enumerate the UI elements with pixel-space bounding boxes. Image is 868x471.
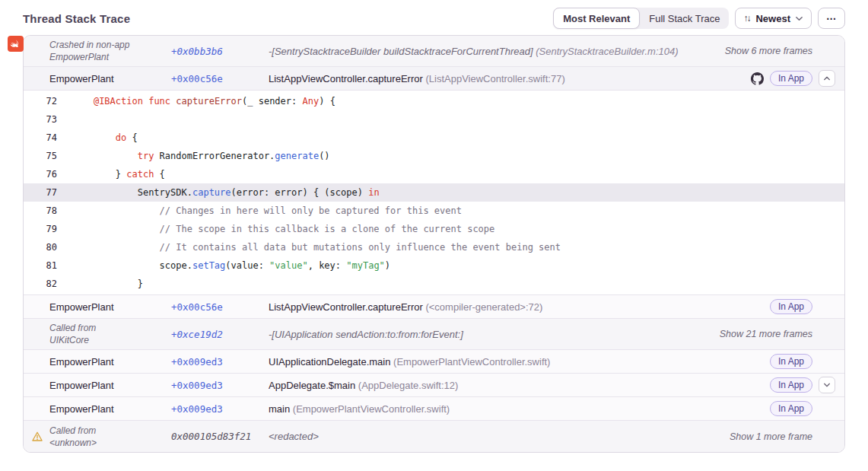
code-line-76: 76 } catch {	[24, 165, 844, 183]
frame-module: Called from UIKitCore	[24, 322, 171, 346]
frame-module: Crashed in non-app EmpowerPlant	[24, 39, 171, 63]
sort-label: Newest	[755, 13, 790, 24]
swift-icon	[8, 36, 24, 52]
thread-stack-trace-panel: Thread Stack Trace Most Relevant Full St…	[0, 0, 868, 471]
code-line-72: 72 @IBAction func captureError(_ sender:…	[24, 92, 844, 110]
frame-row-expanded[interactable]: EmpowerPlant +0x00c56e ListAppViewContro…	[24, 67, 844, 91]
frame-source[interactable]: (SentryStacktraceBuilder.m:104)	[536, 46, 678, 57]
code-line-73: 73	[24, 110, 844, 129]
code-line-80: 80 // It contains all data but mutations…	[24, 238, 844, 256]
frame-function: -[UIApplication sendAction:to:from:forEv…	[269, 329, 720, 340]
warning-icon	[31, 431, 43, 443]
chevron-down-icon	[823, 381, 831, 389]
github-icon[interactable]	[751, 72, 764, 85]
frame-address[interactable]: +0x009ed3	[171, 380, 223, 391]
toggle-full-stack-trace[interactable]: Full Stack Trace	[640, 8, 729, 29]
show-more-frames-link[interactable]: Show 1 more frame	[730, 431, 812, 442]
frame-address[interactable]: +0x009ed3	[171, 356, 223, 368]
frame-module: EmpowerPlant	[24, 380, 171, 391]
chevron-up-icon	[823, 75, 831, 82]
more-options-button[interactable]: ⋯	[818, 8, 845, 29]
in-app-badge[interactable]: In App	[770, 354, 812, 369]
header: Thread Stack Trace Most Relevant Full St…	[0, 0, 868, 35]
show-more-frames-link[interactable]: Show 21 more frames	[720, 329, 812, 339]
frame-function: ListAppViewController.captureError (List…	[269, 73, 751, 84]
frame-address[interactable]: +0xce19d2	[171, 329, 223, 340]
frame-address[interactable]: +0x009ed3	[171, 403, 223, 415]
page-title: Thread Stack Trace	[23, 12, 130, 25]
code-line-77: 77 SentrySDK.capture(error: error) { (sc…	[24, 183, 844, 202]
sort-arrows-icon: ↑↓	[743, 13, 749, 24]
frame-module: EmpowerPlant	[24, 403, 171, 415]
frame-source[interactable]: (AppDelegate.swift:12)	[358, 380, 459, 391]
sort-newest-button[interactable]: ↑↓ Newest	[735, 8, 812, 29]
stack-frame-list: Crashed in non-app EmpowerPlant +0x0bb3b…	[23, 35, 845, 453]
toggle-most-relevant[interactable]: Most Relevant	[553, 8, 640, 29]
frame-row[interactable]: EmpowerPlant +0x009ed3 main (EmpowerPlan…	[24, 397, 844, 421]
in-app-badge[interactable]: In App	[770, 299, 812, 314]
code-line-81: 81 scope.setTag(value: "value", key: "my…	[24, 256, 844, 275]
show-more-frames-link[interactable]: Show 6 more frames	[725, 46, 812, 56]
frame-function: ListAppViewController.captureError (<com…	[269, 301, 770, 313]
frame-row-omitted[interactable]: Called from UIKitCore +0xce19d2 -[UIAppl…	[24, 319, 844, 350]
frame-address[interactable]: +0x00c56e	[171, 301, 223, 313]
frame-row-omitted[interactable]: Called from <unknown> 0x000105d83f21 <re…	[24, 421, 844, 452]
collapse-frame-button[interactable]	[819, 70, 835, 87]
code-line-78: 78 // Changes in here will only be captu…	[24, 202, 844, 220]
frame-row[interactable]: EmpowerPlant +0x009ed3 AppDelegate.$main…	[24, 374, 844, 397]
frame-source[interactable]: (EmpowerPlantViewController.swift)	[293, 403, 450, 415]
code-line-75: 75 try RandomErrorGenerator.generate()	[24, 147, 844, 165]
frame-function: AppDelegate.$main (AppDelegate.swift:12)	[269, 380, 770, 391]
frame-row[interactable]: EmpowerPlant +0x00c56e ListAppViewContro…	[24, 295, 844, 319]
frame-function: main (EmpowerPlantViewController.swift)	[269, 403, 770, 415]
chevron-down-icon	[795, 14, 803, 23]
code-line-74: 74 do {	[24, 129, 844, 147]
header-controls: Most Relevant Full Stack Trace ↑↓ Newest…	[553, 8, 845, 29]
expand-frame-button[interactable]	[819, 377, 835, 393]
frame-address[interactable]: +0x0bb3b6	[171, 46, 223, 57]
frame-function: <redacted>	[269, 431, 730, 442]
in-app-badge[interactable]: In App	[770, 377, 812, 393]
code-line-79: 79 // The scope in this callback is a cl…	[24, 220, 844, 238]
code-block: 72 @IBAction func captureError(_ sender:…	[24, 91, 844, 295]
code-line-82: 82 }	[24, 275, 844, 293]
frame-function: UIApplicationDelegate.main (EmpowerPlant…	[269, 356, 770, 368]
frame-address[interactable]: +0x00c56e	[171, 73, 223, 84]
view-toggle: Most Relevant Full Stack Trace	[553, 8, 729, 29]
frame-source[interactable]: (EmpowerPlantViewController.swift)	[393, 356, 550, 368]
frame-row[interactable]: EmpowerPlant +0x009ed3 UIApplicationDele…	[24, 350, 844, 374]
frame-function: -[SentryStacktraceBuilder buildStacktrac…	[269, 46, 725, 57]
frame-module: EmpowerPlant	[24, 301, 171, 313]
frame-row-omitted[interactable]: Crashed in non-app EmpowerPlant +0x0bb3b…	[24, 36, 844, 67]
frame-address: 0x000105d83f21	[171, 431, 251, 442]
in-app-badge[interactable]: In App	[770, 401, 812, 416]
frame-module: Called from <unknown>	[24, 425, 171, 449]
frame-module: EmpowerPlant	[24, 73, 171, 84]
ellipsis-icon: ⋯	[826, 13, 837, 24]
in-app-badge[interactable]: In App	[770, 71, 812, 86]
frame-source[interactable]: (<compiler-generated>:72)	[425, 301, 542, 313]
frame-module: EmpowerPlant	[24, 356, 171, 368]
frame-source[interactable]: (ListAppViewController.swift:77)	[425, 73, 564, 84]
